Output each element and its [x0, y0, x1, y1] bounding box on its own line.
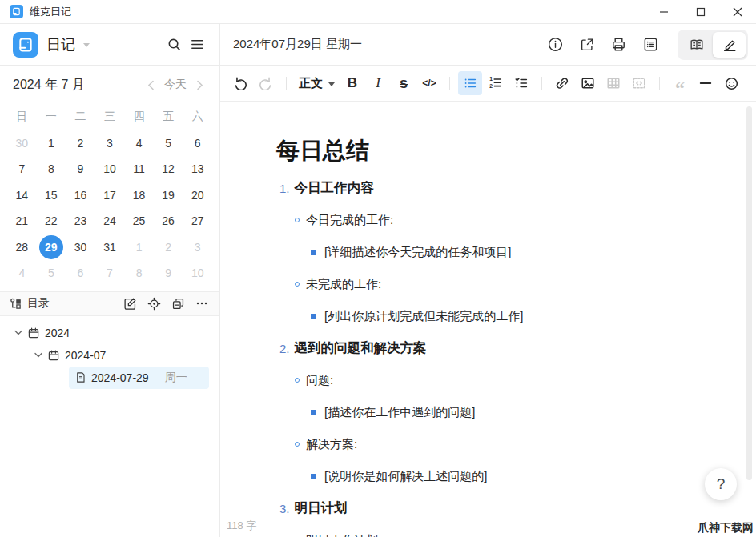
tree-item-year[interactable]: 2024	[0, 322, 219, 344]
inline-code-button[interactable]: </>	[417, 71, 441, 95]
calendar-day[interactable]: 7	[10, 157, 34, 181]
strikethrough-button[interactable]: S	[392, 71, 416, 95]
calendar-day[interactable]: 14	[10, 183, 34, 207]
calendar-day[interactable]: 16	[68, 183, 92, 207]
bullet-list-button[interactable]	[458, 71, 482, 95]
compose-icon[interactable]	[123, 297, 137, 311]
directory-title: 目录	[27, 296, 50, 311]
document-icon	[74, 371, 86, 383]
calendar-day[interactable]: 31	[98, 235, 122, 259]
notebook-name[interactable]: 日记	[46, 35, 75, 54]
calendar-weekday-row: 日一二三四五六	[0, 104, 219, 130]
calendar-day[interactable]: 7	[98, 261, 122, 285]
redo-icon[interactable]	[254, 71, 278, 95]
watermark: 爪神下载网	[698, 521, 754, 535]
bullet-item: 问题:	[220, 364, 756, 396]
close-button[interactable]	[719, 0, 756, 23]
paragraph-style-select[interactable]: 正文	[295, 71, 339, 95]
calendar-day[interactable]: 10	[186, 261, 210, 285]
tree-item-day-selected[interactable]: 2024-07-29 周一	[69, 367, 209, 389]
embed-block-icon[interactable]	[627, 71, 651, 95]
image-icon[interactable]	[576, 71, 600, 95]
menu-icon[interactable]	[190, 37, 205, 52]
circle-bullet-icon	[295, 282, 300, 287]
calendar-day[interactable]: 11	[127, 157, 151, 181]
quote-icon[interactable]: “	[668, 71, 692, 95]
minimize-button[interactable]	[645, 0, 682, 23]
calendar-day-selected[interactable]: 29	[39, 235, 63, 259]
help-button[interactable]: ?	[705, 468, 737, 500]
emoji-icon[interactable]	[719, 71, 743, 95]
editor-area[interactable]: 每日总结 1. 今日工作内容 今日完成的工作: [详细描述你今天完成的任务和项目…	[220, 102, 756, 537]
calendar-day[interactable]: 9	[68, 157, 92, 181]
calendar-day[interactable]: 8	[127, 261, 151, 285]
calendar-day[interactable]: 17	[98, 183, 122, 207]
formatting-toolbar: 正文 B I S </> 1 2	[220, 66, 756, 102]
calendar-day[interactable]: 22	[39, 209, 63, 233]
calendar-day[interactable]: 2	[68, 131, 92, 155]
calendar-day[interactable]: 3	[186, 235, 210, 259]
calendar-day[interactable]: 19	[156, 183, 180, 207]
calendar-day[interactable]: 4	[127, 131, 151, 155]
calendar-prev-icon[interactable]	[147, 80, 155, 90]
chevron-down-icon[interactable]	[34, 352, 42, 358]
share-export-icon[interactable]	[579, 37, 595, 53]
calendar-day[interactable]: 8	[39, 157, 63, 181]
calendar-today-button[interactable]: 今天	[164, 78, 187, 92]
undo-icon[interactable]	[228, 71, 252, 95]
calendar-day[interactable]: 30	[68, 235, 92, 259]
more-icon[interactable]	[195, 297, 208, 310]
chevron-down-icon[interactable]	[83, 43, 90, 47]
italic-button[interactable]: I	[366, 71, 390, 95]
svg-text:1: 1	[489, 76, 493, 82]
calendar-day[interactable]: 2	[156, 235, 180, 259]
tree-item-label: 2024-07	[65, 349, 106, 362]
table-icon[interactable]	[601, 71, 625, 95]
calendar-day[interactable]: 6	[186, 131, 210, 155]
calendar-day[interactable]: 15	[39, 183, 63, 207]
calendar-day[interactable]: 21	[10, 209, 34, 233]
calendar-day[interactable]: 1	[127, 235, 151, 259]
calendar-day[interactable]: 9	[156, 261, 180, 285]
read-mode-button[interactable]	[680, 32, 713, 58]
calendar-day[interactable]: 20	[186, 183, 210, 207]
square-bullet-icon	[311, 474, 316, 479]
calendar-next-icon[interactable]	[196, 80, 203, 90]
edit-mode-button[interactable]	[713, 32, 746, 58]
calendar-day[interactable]: 23	[68, 209, 92, 233]
chevron-down-icon[interactable]	[14, 330, 22, 335]
scrollbar-thumb[interactable]	[746, 106, 752, 480]
calendar-day[interactable]: 28	[10, 235, 34, 259]
calendar-day[interactable]: 5	[39, 261, 63, 285]
calendar-day[interactable]: 30	[10, 131, 34, 155]
tree-item-month[interactable]: 2024-07	[0, 344, 219, 367]
info-icon[interactable]	[547, 36, 564, 53]
task-list-button[interactable]	[509, 71, 533, 95]
bold-button[interactable]: B	[340, 71, 364, 95]
sub-bullet-item: [详细描述你今天完成的任务和项目]	[220, 236, 756, 268]
calendar-day[interactable]: 6	[68, 261, 92, 285]
search-icon[interactable]	[167, 37, 182, 52]
ordered-list-button[interactable]: 1 2	[484, 71, 508, 95]
calendar-day[interactable]: 5	[156, 131, 180, 155]
outline-icon[interactable]	[642, 36, 659, 53]
calendar-day[interactable]: 12	[156, 157, 180, 181]
sidebar: 日记 2024 年 7 月 今天	[0, 24, 220, 537]
calendar-day[interactable]: 10	[98, 157, 122, 181]
calendar-day[interactable]: 4	[10, 261, 34, 285]
collapse-all-icon[interactable]	[171, 297, 185, 311]
calendar-day[interactable]: 18	[127, 183, 151, 207]
weekday-label: 日	[7, 104, 37, 130]
print-icon[interactable]	[610, 36, 627, 53]
calendar-day[interactable]: 13	[186, 157, 210, 181]
maximize-button[interactable]	[682, 0, 719, 23]
link-icon[interactable]	[550, 71, 574, 95]
calendar-day[interactable]: 3	[98, 131, 122, 155]
calendar-day[interactable]: 1	[39, 131, 63, 155]
locate-icon[interactable]	[147, 297, 161, 311]
calendar-day[interactable]: 25	[127, 209, 151, 233]
horizontal-rule-icon[interactable]	[694, 71, 718, 95]
calendar-day[interactable]: 24	[98, 209, 122, 233]
calendar-day[interactable]: 27	[186, 209, 210, 233]
calendar-day[interactable]: 26	[156, 209, 180, 233]
